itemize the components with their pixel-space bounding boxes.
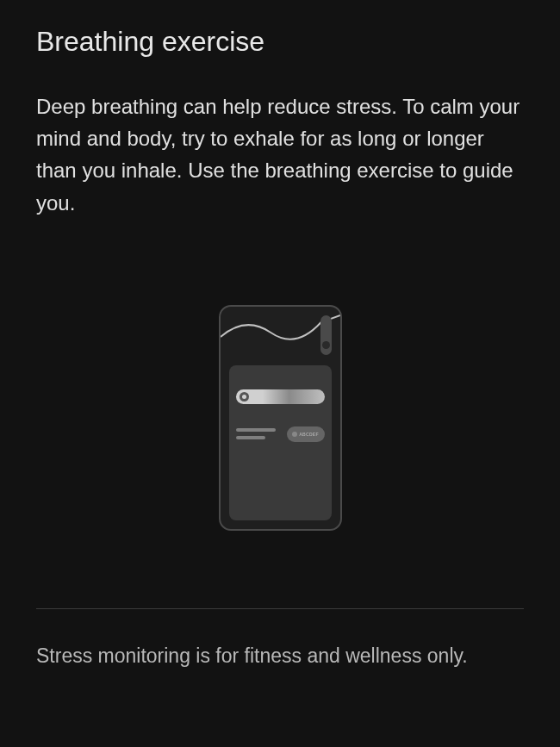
page-description: Deep breathing can help reduce stress. T…: [36, 90, 524, 219]
button-dot-icon: [292, 432, 297, 437]
progress-pill: [236, 389, 325, 404]
page-title: Breathing exercise: [36, 26, 524, 58]
phone-illustration: ABCDEF: [219, 305, 342, 531]
card-row: ABCDEF: [236, 426, 325, 442]
section-divider: [36, 608, 524, 609]
button-mock-label: ABCDEF: [299, 432, 319, 437]
action-button-mock: ABCDEF: [287, 426, 325, 442]
pill-indicator-icon: [240, 392, 249, 402]
disclaimer-text: Stress monitoring is for fitness and wel…: [36, 642, 524, 669]
phone-camera-bar-icon: [320, 315, 332, 355]
illustration-container: ABCDEF: [36, 305, 524, 531]
phone-camera-dot-icon: [322, 341, 330, 349]
text-placeholder-lines: [236, 428, 276, 439]
phone-card: ABCDEF: [229, 365, 332, 520]
